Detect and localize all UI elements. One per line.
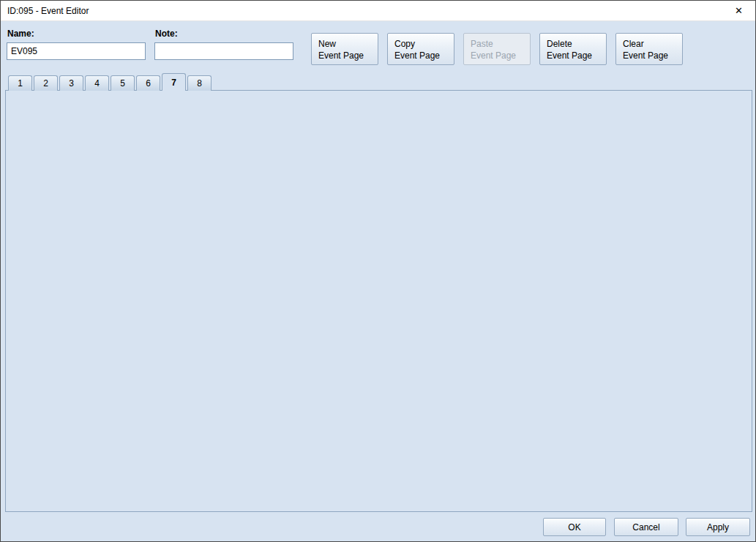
apply-button[interactable]: Apply	[686, 518, 750, 536]
tab-bar: 1 2 3 4 5 6 7 8	[8, 73, 213, 91]
tab-8[interactable]: 8	[187, 75, 212, 91]
cancel-button[interactable]: Cancel	[614, 518, 678, 536]
delete-event-page-button[interactable]: Delete Event Page	[539, 33, 607, 65]
tab-panel	[5, 90, 752, 512]
note-input[interactable]	[154, 42, 293, 60]
tab-7[interactable]: 7	[162, 73, 186, 91]
new-event-page-button[interactable]: New Event Page	[311, 33, 378, 65]
window-title: ID:095 - Event Editor	[7, 6, 89, 16]
ok-button[interactable]: OK	[543, 518, 606, 536]
name-input[interactable]	[7, 42, 146, 60]
clear-event-page-button[interactable]: Clear Event Page	[615, 33, 683, 65]
tab-4[interactable]: 4	[85, 75, 109, 91]
paste-event-page-button[interactable]: Paste Event Page	[463, 33, 531, 65]
close-icon[interactable]: ✕	[722, 1, 755, 20]
tab-1[interactable]: 1	[8, 75, 32, 91]
name-label: Name:	[7, 29, 34, 39]
tab-6[interactable]: 6	[136, 75, 160, 91]
tab-2[interactable]: 2	[34, 75, 58, 91]
title-bar[interactable]: ID:095 - Event Editor ✕	[1, 1, 755, 21]
event-editor-window: ID:095 - Event Editor ✕ Name: Note: New …	[0, 0, 756, 542]
tab-5[interactable]: 5	[111, 75, 135, 91]
note-label: Note:	[155, 29, 178, 39]
tab-3[interactable]: 3	[59, 75, 83, 91]
copy-event-page-button[interactable]: Copy Event Page	[387, 33, 454, 65]
